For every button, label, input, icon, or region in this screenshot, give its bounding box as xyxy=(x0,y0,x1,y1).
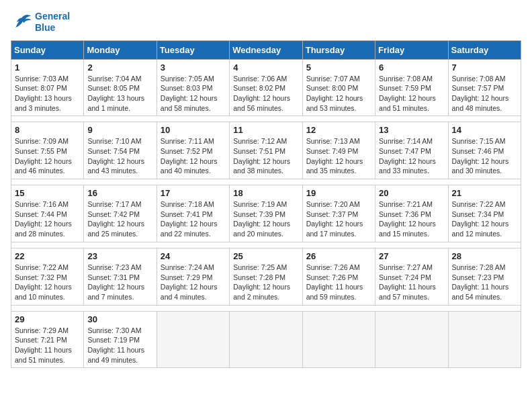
day-info: Sunrise: 7:24 AM Sunset: 7:29 PM Dayligh… xyxy=(161,263,226,302)
calendar-cell: 9 Sunrise: 7:10 AM Sunset: 7:54 PM Dayli… xyxy=(84,122,157,179)
weekday-header-saturday: Saturday xyxy=(448,40,521,59)
day-number: 12 xyxy=(306,125,371,135)
weekday-header-friday: Friday xyxy=(375,40,448,59)
calendar-cell xyxy=(375,311,448,368)
day-info: Sunrise: 7:12 AM Sunset: 7:51 PM Dayligh… xyxy=(233,136,298,176)
day-number: 22 xyxy=(15,251,80,261)
calendar-cell: 16 Sunrise: 7:17 AM Sunset: 7:42 PM Dayl… xyxy=(84,185,157,242)
day-info: Sunrise: 7:06 AM Sunset: 8:02 PM Dayligh… xyxy=(233,74,298,113)
day-number: 28 xyxy=(452,251,517,261)
day-info: Sunrise: 7:20 AM Sunset: 7:37 PM Dayligh… xyxy=(306,199,371,239)
week-spacer xyxy=(11,242,521,248)
calendar-cell: 21 Sunrise: 7:22 AM Sunset: 7:34 PM Dayl… xyxy=(448,185,521,242)
calendar-cell: 19 Sunrise: 7:20 AM Sunset: 7:37 PM Dayl… xyxy=(302,185,375,242)
day-number: 8 xyxy=(15,125,80,135)
day-info: Sunrise: 7:25 AM Sunset: 7:28 PM Dayligh… xyxy=(233,263,298,302)
day-number: 16 xyxy=(87,188,152,198)
calendar-cell: 25 Sunrise: 7:25 AM Sunset: 7:28 PM Dayl… xyxy=(230,248,302,305)
calendar-cell xyxy=(157,311,229,368)
day-info: Sunrise: 7:16 AM Sunset: 7:44 PM Dayligh… xyxy=(15,199,80,239)
calendar-cell: 5 Sunrise: 7:07 AM Sunset: 8:00 PM Dayli… xyxy=(302,59,375,116)
calendar-cell: 30 Sunrise: 7:30 AM Sunset: 7:19 PM Dayl… xyxy=(84,311,157,368)
day-info: Sunrise: 7:15 AM Sunset: 7:46 PM Dayligh… xyxy=(452,136,517,176)
day-info: Sunrise: 7:22 AM Sunset: 7:34 PM Dayligh… xyxy=(452,199,517,239)
day-number: 29 xyxy=(15,314,80,324)
calendar-cell: 3 Sunrise: 7:05 AM Sunset: 8:03 PM Dayli… xyxy=(157,59,229,116)
day-number: 1 xyxy=(15,62,80,73)
calendar-cell: 18 Sunrise: 7:19 AM Sunset: 7:39 PM Dayl… xyxy=(230,185,302,242)
calendar-cell: 8 Sunrise: 7:09 AM Sunset: 7:55 PM Dayli… xyxy=(11,122,84,179)
day-info: Sunrise: 7:22 AM Sunset: 7:32 PM Dayligh… xyxy=(15,263,80,302)
calendar-cell xyxy=(448,311,521,368)
calendar-cell: 24 Sunrise: 7:24 AM Sunset: 7:29 PM Dayl… xyxy=(157,248,229,305)
week-spacer xyxy=(11,179,521,185)
week-row-3: 15 Sunrise: 7:16 AM Sunset: 7:44 PM Dayl… xyxy=(11,185,521,242)
calendar-cell: 15 Sunrise: 7:16 AM Sunset: 7:44 PM Dayl… xyxy=(11,185,84,242)
day-number: 3 xyxy=(161,62,226,73)
weekday-header-tuesday: Tuesday xyxy=(157,40,229,59)
day-number: 7 xyxy=(452,62,517,73)
day-info: Sunrise: 7:11 AM Sunset: 7:52 PM Dayligh… xyxy=(161,136,226,176)
calendar-cell: 10 Sunrise: 7:11 AM Sunset: 7:52 PM Dayl… xyxy=(157,122,229,179)
day-number: 18 xyxy=(233,188,298,198)
day-info: Sunrise: 7:21 AM Sunset: 7:36 PM Dayligh… xyxy=(379,199,444,239)
week-row-1: 1 Sunrise: 7:03 AM Sunset: 8:07 PM Dayli… xyxy=(11,59,521,116)
logo-icon xyxy=(11,13,32,32)
calendar-cell: 23 Sunrise: 7:23 AM Sunset: 7:31 PM Dayl… xyxy=(84,248,157,305)
calendar-cell: 27 Sunrise: 7:27 AM Sunset: 7:24 PM Dayl… xyxy=(375,248,448,305)
day-info: Sunrise: 7:27 AM Sunset: 7:24 PM Dayligh… xyxy=(379,263,444,302)
day-number: 24 xyxy=(161,251,226,261)
day-info: Sunrise: 7:05 AM Sunset: 8:03 PM Dayligh… xyxy=(161,74,226,113)
day-info: Sunrise: 7:04 AM Sunset: 8:05 PM Dayligh… xyxy=(87,74,152,113)
logo: General Blue xyxy=(11,11,70,34)
day-number: 26 xyxy=(306,251,371,261)
calendar-cell xyxy=(302,311,375,368)
calendar-cell: 28 Sunrise: 7:28 AM Sunset: 7:23 PM Dayl… xyxy=(448,248,521,305)
day-number: 10 xyxy=(161,125,226,135)
calendar-cell: 1 Sunrise: 7:03 AM Sunset: 8:07 PM Dayli… xyxy=(11,59,84,116)
day-number: 4 xyxy=(233,62,298,73)
calendar-table: SundayMondayTuesdayWednesdayThursdayFrid… xyxy=(11,40,521,369)
day-info: Sunrise: 7:08 AM Sunset: 7:57 PM Dayligh… xyxy=(452,74,517,113)
calendar-cell: 6 Sunrise: 7:08 AM Sunset: 7:59 PM Dayli… xyxy=(375,59,448,116)
calendar-cell: 12 Sunrise: 7:13 AM Sunset: 7:49 PM Dayl… xyxy=(302,122,375,179)
day-info: Sunrise: 7:14 AM Sunset: 7:47 PM Dayligh… xyxy=(379,136,444,176)
calendar-cell: 4 Sunrise: 7:06 AM Sunset: 8:02 PM Dayli… xyxy=(230,59,302,116)
day-number: 23 xyxy=(87,251,152,261)
logo-text: General Blue xyxy=(35,11,70,34)
day-number: 14 xyxy=(452,125,517,135)
day-number: 13 xyxy=(379,125,444,135)
day-info: Sunrise: 7:29 AM Sunset: 7:21 PM Dayligh… xyxy=(15,326,80,365)
week-spacer xyxy=(11,116,521,122)
day-info: Sunrise: 7:17 AM Sunset: 7:42 PM Dayligh… xyxy=(87,199,152,239)
calendar-cell: 29 Sunrise: 7:29 AM Sunset: 7:21 PM Dayl… xyxy=(11,311,84,368)
day-number: 6 xyxy=(379,62,444,73)
calendar-cell: 14 Sunrise: 7:15 AM Sunset: 7:46 PM Dayl… xyxy=(448,122,521,179)
day-info: Sunrise: 7:28 AM Sunset: 7:23 PM Dayligh… xyxy=(452,263,517,302)
day-number: 17 xyxy=(161,188,226,198)
day-number: 19 xyxy=(306,188,371,198)
day-info: Sunrise: 7:03 AM Sunset: 8:07 PM Dayligh… xyxy=(15,74,80,113)
day-info: Sunrise: 7:26 AM Sunset: 7:26 PM Dayligh… xyxy=(306,263,371,302)
week-spacer xyxy=(11,305,521,311)
day-number: 5 xyxy=(306,62,371,73)
calendar-cell: 7 Sunrise: 7:08 AM Sunset: 7:57 PM Dayli… xyxy=(448,59,521,116)
day-info: Sunrise: 7:07 AM Sunset: 8:00 PM Dayligh… xyxy=(306,74,371,113)
calendar-cell: 17 Sunrise: 7:18 AM Sunset: 7:41 PM Dayl… xyxy=(157,185,229,242)
day-number: 11 xyxy=(233,125,298,135)
week-row-4: 22 Sunrise: 7:22 AM Sunset: 7:32 PM Dayl… xyxy=(11,248,521,305)
weekday-header-sunday: Sunday xyxy=(11,40,84,59)
day-info: Sunrise: 7:13 AM Sunset: 7:49 PM Dayligh… xyxy=(306,136,371,176)
day-info: Sunrise: 7:18 AM Sunset: 7:41 PM Dayligh… xyxy=(161,199,226,239)
day-info: Sunrise: 7:23 AM Sunset: 7:31 PM Dayligh… xyxy=(87,263,152,302)
day-info: Sunrise: 7:30 AM Sunset: 7:19 PM Dayligh… xyxy=(87,326,152,365)
page-header: General Blue xyxy=(11,11,521,34)
calendar-cell: 13 Sunrise: 7:14 AM Sunset: 7:47 PM Dayl… xyxy=(375,122,448,179)
day-info: Sunrise: 7:09 AM Sunset: 7:55 PM Dayligh… xyxy=(15,136,80,176)
calendar-cell: 22 Sunrise: 7:22 AM Sunset: 7:32 PM Dayl… xyxy=(11,248,84,305)
day-number: 25 xyxy=(233,251,298,261)
weekday-header-thursday: Thursday xyxy=(302,40,375,59)
day-number: 27 xyxy=(379,251,444,261)
day-info: Sunrise: 7:10 AM Sunset: 7:54 PM Dayligh… xyxy=(87,136,152,176)
day-info: Sunrise: 7:08 AM Sunset: 7:59 PM Dayligh… xyxy=(379,74,444,113)
